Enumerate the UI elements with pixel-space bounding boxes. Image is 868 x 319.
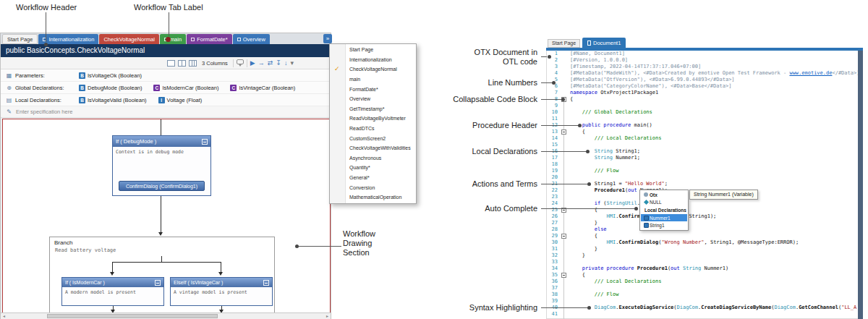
declaration-isvintagecar-boolean[interactable]: CIsVintageCar (Boolean) [230, 85, 295, 91]
tab-menu-item-readvoltagebyvoltmeter[interactable]: ReadVoltageByVoltmeter [330, 114, 416, 124]
fold-gutter [560, 174, 569, 181]
parameters-icon: ▦ [5, 72, 13, 79]
tab-menu-item-checkvoltagewithvalidities[interactable]: CheckVoltageWithValidities [330, 143, 416, 153]
horizontal-scrollbar[interactable]: ◂ ▸ [1, 312, 331, 319]
autocomplete-item-null[interactable]: NULL [641, 199, 687, 207]
autocomplete-item-nummer1[interactable]: Nummer1 [641, 214, 687, 222]
tab-menu-item-mathematicaloperation[interactable]: MathematicalOperation [330, 192, 416, 203]
connector-line [161, 119, 161, 135]
autocomplete-item-string1[interactable]: String1 [641, 221, 687, 229]
autocomplete-tooltip: String Nummer1 (Variable) [689, 190, 758, 200]
workflow-drawing-canvas[interactable]: If ( DebugMode ) Context is in debug mod… [2, 119, 331, 313]
step-over-icon[interactable]: → [258, 59, 265, 68]
tab-overflow-button[interactable]: » [323, 34, 332, 43]
confirm-dialog-action[interactable]: ConfirmDialog (ConfirmDialog1) [119, 181, 205, 191]
variable-icon [644, 216, 649, 221]
workflow-tab-formatdate[interactable]: FormatDate* [187, 34, 232, 44]
collapse-icon[interactable] [263, 280, 269, 286]
fold-gutter [560, 168, 569, 174]
editor-tab-label: Document1 [593, 40, 621, 46]
scroll-left-icon[interactable]: ◂ [1, 313, 7, 319]
collapse-icon[interactable] [155, 280, 161, 286]
declaration-ismoderncar-boolean[interactable]: CIsModernCar (Boolean) [153, 85, 218, 91]
fold-gutter [560, 298, 569, 305]
jump-icon[interactable]: ⇄ [268, 59, 273, 68]
code-line: 14 /// Local Declarations [547, 135, 859, 142]
workflow-tab-checkvoltagenormal[interactable]: CheckVoltageNormal [99, 34, 158, 44]
tab-menu-item-asynchronous[interactable]: Asynchronous [330, 153, 416, 163]
row-label: Parameters: [15, 72, 79, 79]
connector-line [112, 262, 113, 272]
editor-scrollbar[interactable] [858, 51, 863, 319]
workflow-tab-start-page[interactable]: Start Page [2, 34, 38, 44]
declaration-voltage-float[interactable]: IVoltage (Float) [158, 97, 203, 103]
parameters-row: ▦ Parameters: BIsVoltageOk (Boolean) [1, 69, 331, 82]
run-icon[interactable]: ▶ [250, 59, 255, 68]
layout-split-icon[interactable] [178, 60, 186, 67]
export-icon[interactable]: ↧ [276, 59, 281, 68]
code-text: HMI.ConfirmDialog("Wrong Number", String… [569, 239, 799, 246]
tab-menu-item-conversion[interactable]: Conversion [330, 182, 416, 192]
code-line: 3[#Timestamp, 2022-04-14T17:37:17.046+07… [547, 64, 859, 70]
tab-menu-item-gettimestamp[interactable]: GetTimestamp* [330, 104, 416, 114]
code-line: 37 [547, 285, 859, 292]
workflow-tab-main[interactable]: main [160, 34, 186, 44]
row-label: Global Declarations: [15, 85, 79, 91]
scroll-right-icon[interactable]: ▸ [324, 313, 331, 319]
tab-menu-item-formatdate[interactable]: FormatDate* [330, 84, 416, 94]
tab-menu-item-quantity[interactable]: Quantity* [330, 163, 416, 173]
editor-tab-start-page[interactable]: Start Page [548, 39, 580, 48]
code-area[interactable]: 1[#Name, Document1]2[#Version, 1.0.0.0]3… [547, 51, 859, 319]
fold-collapse-icon[interactable] [561, 129, 566, 135]
editor-tab-document1[interactable]: Document1 [582, 38, 626, 48]
fold-gutter [560, 292, 569, 298]
code-text: if (StringUtil. [569, 200, 640, 207]
specification-input-row[interactable]: ✎ Enter specification here [1, 106, 331, 118]
tab-menu-item-general[interactable]: General* [330, 173, 416, 183]
layout-columns-icon[interactable] [189, 60, 197, 67]
scrollbar-thumb[interactable] [47, 314, 218, 318]
tab-menu-item-checkvoltagenormal[interactable]: ✓CheckVoltageNormal [330, 64, 416, 75]
connector-line [161, 256, 162, 262]
workflow-tab-internationalization[interactable]: Internationalization [38, 34, 98, 44]
code-text [569, 311, 570, 318]
fold-collapse-icon[interactable] [561, 273, 566, 278]
layout-single-icon[interactable] [167, 60, 175, 67]
autocomplete-item-local-declarations[interactable]: Local Declarations [641, 206, 687, 214]
chevron-down-icon[interactable]: ▾ [290, 59, 294, 68]
if-debugmode-block[interactable]: If ( DebugMode ) Context is in debug mod… [112, 135, 211, 196]
branch-block[interactable]: Branch Read battery voltage If ( IsModer… [49, 237, 275, 313]
fold-collapse-icon[interactable] [561, 234, 566, 239]
callout-label: Actions and Terms [451, 179, 537, 189]
comment-icon[interactable] [237, 59, 244, 64]
line-number: 4 [547, 70, 560, 77]
download-icon[interactable]: ↓ [284, 59, 288, 68]
tab-menu-item-internationalization[interactable]: Internationalization [330, 55, 416, 65]
code-text: { [569, 233, 597, 239]
null-value-icon [643, 200, 648, 205]
workflow-tab-overview[interactable]: Overview [233, 34, 270, 44]
line-number: 29 [547, 233, 560, 239]
tab-menu-item-readdtcs[interactable]: ReadDTCs [330, 124, 416, 134]
code-line: 11 [547, 116, 859, 122]
code-text: /// Global Declarations [569, 109, 652, 116]
tab-icon [191, 38, 195, 41]
declaration-isvoltagevalid-boolean[interactable]: BIsVoltageValid (Boolean) [79, 97, 147, 103]
fold-gutter [560, 135, 569, 142]
collapse-icon[interactable] [202, 139, 208, 145]
elseif-vintage-car-block[interactable]: ElseIf ( IsVintageCar ) A vintage model … [170, 277, 273, 306]
code-line: 30 HMI.ConfirmDialog("Wrong Number", Str… [547, 239, 859, 246]
declaration-isvoltageok-boolean[interactable]: BIsVoltageOk (Boolean) [79, 72, 142, 79]
otl-editor-panel: Start Page Document1 1[#Name, Document1]… [546, 38, 863, 319]
tab-menu-item-main[interactable]: main [330, 75, 416, 85]
autocomplete-item-otx[interactable]: Otx [641, 191, 687, 199]
tab-menu-item-overview[interactable]: Overview [330, 94, 416, 104]
autocomplete-item-label: Otx [650, 192, 658, 197]
tab-menu-item-start-page[interactable]: Start Page [330, 45, 416, 55]
code-line: 26 HMI.Confirm String1); [547, 213, 859, 220]
declaration-debugmode-boolean[interactable]: BDebugMode (Boolean) [79, 85, 142, 91]
tab-menu-item-customscreen2[interactable]: CustomScreen2 [330, 133, 416, 143]
code-line: 34 private procedure Procedure1(out Stri… [547, 265, 859, 272]
if-modern-car-block[interactable]: If ( IsModernCar ) A modern model is pre… [61, 277, 164, 306]
line-number: 39 [547, 298, 560, 305]
